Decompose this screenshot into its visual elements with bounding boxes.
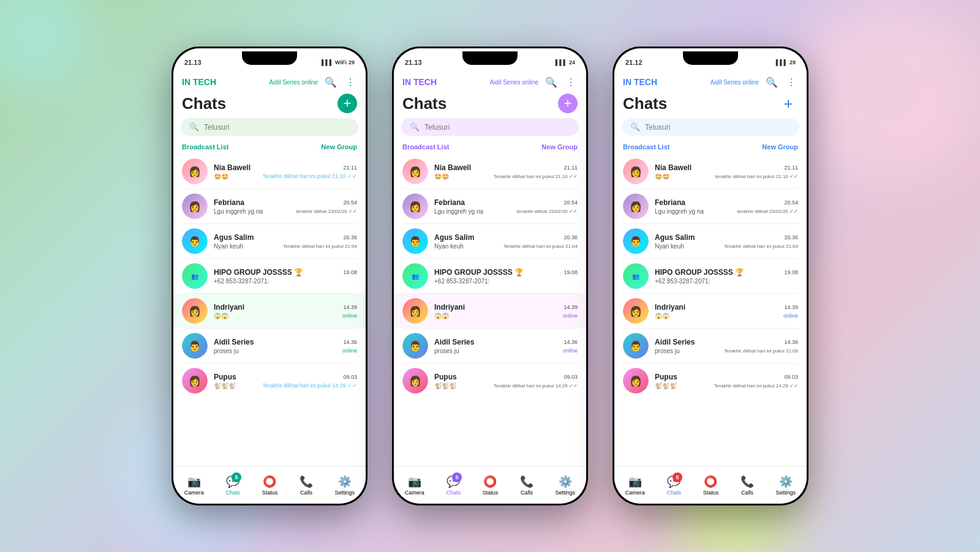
calls-icon-right: 📞 — [741, 475, 754, 488]
chat-preview-pupus-left: 🐒🐒🐒 — [214, 382, 236, 389]
nav-status-right[interactable]: ⭕ Status — [698, 472, 724, 498]
avatar-hipo-left: 👥 — [182, 263, 208, 289]
add-button-right[interactable]: + — [778, 94, 798, 113]
new-group-label-right[interactable]: New Group — [762, 143, 798, 151]
chat-preview-feb-left: Lgu inggreh yg na — [214, 208, 263, 215]
chat-content-agus-middle: Agus Salim 20.36 Nyan keuh Terakhir dili… — [434, 233, 578, 250]
search-icon-right[interactable]: 🔍 — [765, 75, 778, 89]
broadcast-label-left[interactable]: Broadcast List — [182, 143, 228, 151]
add-button-middle[interactable]: + — [558, 94, 578, 113]
chats-title-middle: Chats — [402, 94, 447, 113]
nav-settings-right[interactable]: ⚙️ Settings — [771, 472, 801, 498]
chat-item-hipo-middle[interactable]: 👥 HIPO GROUP JOSSSS 🏆 19.08 +62 853-3287… — [394, 259, 586, 293]
chat-content-agus-left: Agus Salim 20.36 Nyan keuh Terakhir dili… — [214, 233, 357, 250]
battery-left: 29 — [349, 59, 355, 65]
search-bar-left[interactable]: 🔍 Telusuri — [181, 118, 358, 136]
camera-icon-middle: 📷 — [408, 475, 421, 488]
chat-item-feb-left[interactable]: 👩 Febriana 20.54 Lgu inggreh yg na terak… — [173, 189, 366, 223]
broadcast-label-middle[interactable]: Broadcast List — [402, 143, 449, 151]
chat-content-aidil-right: Aidil Series 14.36 proses ju Terakhir di… — [655, 338, 798, 354]
chat-item-ind-left[interactable]: 👩 Indriyani 14.39 😱😱 online — [173, 294, 366, 328]
nav-settings-middle[interactable]: ⚙️ Settings — [551, 472, 581, 498]
new-group-label-middle[interactable]: New Group — [541, 143, 578, 151]
chat-content-pupus-middle: Pupus 09.03 🐒🐒🐒 Terakhir dilihat hari in… — [434, 373, 578, 389]
chat-item-nia-right[interactable]: 👩 Nia Bawell 21.11 🤩🤩 terakhir dilihat h… — [614, 154, 807, 188]
nav-camera-middle[interactable]: 📷 Camera — [400, 472, 429, 498]
nav-chats-middle[interactable]: 5 💬 Chats — [442, 472, 466, 498]
chat-preview-aidil-left: proses ju — [214, 348, 239, 354]
chat-time-pupus-right: 09.03 — [784, 374, 798, 380]
chat-preview-hipo-left: +62 853-3287-2071: — [214, 278, 269, 285]
chat-item-feb-middle[interactable]: 👩 Febriana 20.54 Lgu inggreh yg na terak… — [394, 189, 586, 223]
nav-calls-left[interactable]: 📞 Calls — [295, 472, 318, 498]
header-right-right: Aidil Series online 🔍 ⋮ — [710, 75, 799, 89]
chat-content-nia-middle: Nia Bawell 21.11 🤩🤩 Terakhir dilihat har… — [434, 163, 578, 180]
settings-icon-right: ⚙️ — [779, 475, 793, 488]
more-icon-right[interactable]: ⋮ — [785, 75, 798, 89]
chat-item-agus-right[interactable]: 👨 Agus Salim 20.36 Nyan keuh Terakhir di… — [614, 224, 807, 258]
chat-preview-ind-middle: 😱😱 — [434, 313, 449, 319]
time-left: 21.13 — [184, 59, 202, 66]
more-icon-left[interactable]: ⋮ — [344, 75, 357, 89]
chat-meta-pupus-left: Terakhir dilihat hari ini pukul 14.29 ✓✓ — [262, 382, 357, 389]
add-button-left[interactable]: + — [337, 94, 357, 113]
nav-status-left[interactable]: ⭕ Status — [257, 472, 283, 498]
chat-preview-ind-left: 😱😱 — [214, 313, 228, 319]
nav-badge-left: 5 — [232, 472, 241, 482]
chat-item-agus-middle[interactable]: 👨 Agus Salim 20.36 Nyan keuh Terakhir di… — [394, 224, 586, 258]
phone-left: 21.13 ▌▌▌ WiFi 29 IN TECH Aidil Series o… — [172, 47, 368, 505]
nav-calls-middle[interactable]: 📞 Calls — [515, 472, 538, 498]
notch-right — [683, 51, 738, 65]
chat-item-pupus-middle[interactable]: 👩 Pupus 09.03 🐒🐒🐒 Terakhir dilihat hari … — [394, 364, 586, 398]
chat-item-ind-right[interactable]: 👩 Indriyani 14.39 😱😱 online — [614, 294, 807, 328]
nav-chats-label-right: Chats — [667, 490, 682, 496]
chat-item-agus-left[interactable]: 👨 Agus Salim 20.36 Nyan keuh Terakhir di… — [173, 224, 366, 258]
avatar-ind-left: 👩 — [182, 298, 208, 324]
chat-item-hipo-right[interactable]: 👥 HIPO GROUP JOSSSS 🏆 19.08 +62 853-3287… — [614, 259, 807, 293]
chat-time-agus-left: 20.36 — [343, 234, 357, 241]
chats-title-bar-right: Chats + — [614, 92, 807, 118]
search-bar-right[interactable]: 🔍 Telusuri — [622, 118, 799, 136]
chat-time-aidil-left: 14.36 — [343, 339, 357, 345]
chat-item-feb-right[interactable]: 👩 Febriana 20.54 Lgu inggreh yg na terak… — [614, 189, 807, 223]
nav-camera-right[interactable]: 📷 Camera — [620, 472, 650, 498]
broadcast-label-right[interactable]: Broadcast List — [623, 143, 669, 151]
nav-calls-right[interactable]: 📞 Calls — [736, 472, 759, 498]
calls-icon-left: 📞 — [300, 475, 313, 488]
chat-time-pupus-left: 09.03 — [343, 374, 357, 380]
chat-name-feb-middle: Febriana — [434, 198, 465, 207]
nav-chats-left[interactable]: 5 💬 Chats — [221, 472, 246, 498]
chat-item-ind-middle[interactable]: 👩 Indriyani 14.39 😱😱 online — [394, 294, 586, 328]
wa-header-middle: IN TECH Aidil Series online 🔍 ⋮ — [394, 73, 586, 92]
nav-settings-label-middle: Settings — [556, 490, 576, 496]
chat-time-hipo-middle: 19.08 — [564, 269, 578, 275]
phone-inner-left: 21.13 ▌▌▌ WiFi 29 IN TECH Aidil Series o… — [173, 48, 366, 504]
nav-status-middle[interactable]: ⭕ Status — [478, 472, 503, 498]
chat-item-nia-middle[interactable]: 👩 Nia Bawell 21.11 🤩🤩 Terakhir dilihat h… — [394, 154, 586, 188]
chat-name-aidil-left: Aidil Series — [214, 338, 254, 346]
chat-time-ind-left: 14.39 — [343, 304, 357, 310]
avatar-nia-left: 👩 — [182, 159, 208, 184]
chat-item-aidil-right[interactable]: 👨 Aidil Series 14.36 proses ju Terakhir … — [614, 329, 807, 363]
search-bar-icon-middle: 🔍 — [410, 122, 420, 132]
chat-preview-agus-middle: Nyan keuh — [434, 243, 464, 250]
search-icon-left[interactable]: 🔍 — [324, 75, 337, 89]
notch-left — [242, 51, 297, 65]
search-bar-middle[interactable]: 🔍 Telusuri — [401, 118, 579, 136]
new-group-label-left[interactable]: New Group — [321, 143, 357, 151]
search-icon-middle[interactable]: 🔍 — [545, 75, 558, 89]
nav-chats-right[interactable]: 5 💬 Chats — [662, 472, 687, 498]
chat-content-ind-middle: Indriyani 14.39 😱😱 online — [434, 303, 578, 319]
avatar-feb-left: 👩 — [182, 193, 208, 219]
nav-camera-left[interactable]: 📷 Camera — [179, 472, 209, 498]
chat-item-pupus-right[interactable]: 👩 Pupus 09.03 🐒🐒🐒 Terakhir dilihat hari … — [614, 364, 807, 398]
chat-time-hipo-right: 19.08 — [784, 269, 798, 275]
chat-content-aidil-middle: Aidil Series 14.36 proses ju online — [434, 338, 578, 354]
chat-item-hipo-left[interactable]: 👥 HIPO GROUP JOSSSS 🏆 19.08 +62 853-3287… — [173, 259, 366, 293]
nav-settings-left[interactable]: ⚙️ Settings — [330, 472, 360, 498]
more-icon-middle[interactable]: ⋮ — [564, 75, 578, 89]
chat-item-aidil-middle[interactable]: 👨 Aidil Series 14.36 proses ju online — [394, 329, 586, 363]
chat-item-nia-left[interactable]: 👩 Nia Bawell 21.11 🤩🤩 Terakhir dilihat h… — [173, 154, 366, 188]
chat-item-pupus-left[interactable]: 👩 Pupus 09.03 🐒🐒🐒 Terakhir dilihat hari … — [173, 364, 366, 398]
chat-item-aidil-left[interactable]: 👨 Aidil Series 14.36 proses ju online — [173, 329, 366, 363]
